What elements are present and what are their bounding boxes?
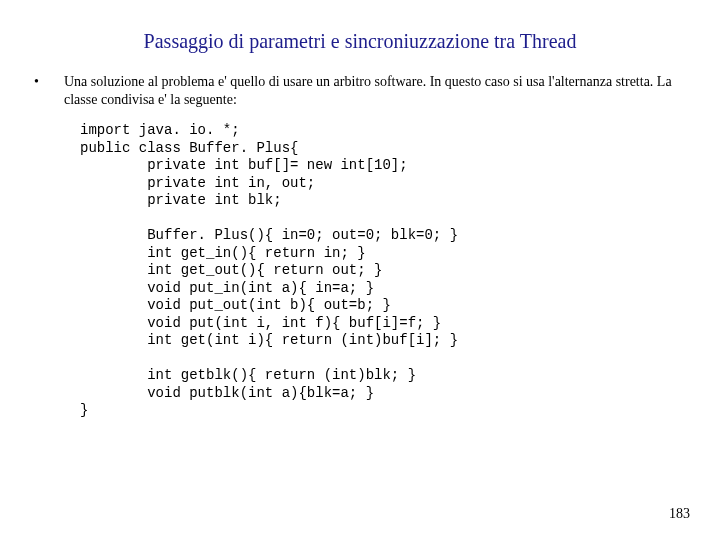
- bullet-text: Una soluzione al problema e' quello di u…: [64, 73, 690, 108]
- slide: Passaggio di parametri e sincroniuzzazio…: [0, 0, 720, 540]
- bullet-marker: •: [30, 73, 64, 91]
- page-number: 183: [669, 506, 690, 522]
- code-block: import java. io. *; public class Buffer.…: [30, 108, 690, 420]
- bullet-item: • Una soluzione al problema e' quello di…: [30, 73, 690, 108]
- slide-title: Passaggio di parametri e sincroniuzzazio…: [0, 0, 720, 63]
- body-area: • Una soluzione al problema e' quello di…: [0, 63, 720, 420]
